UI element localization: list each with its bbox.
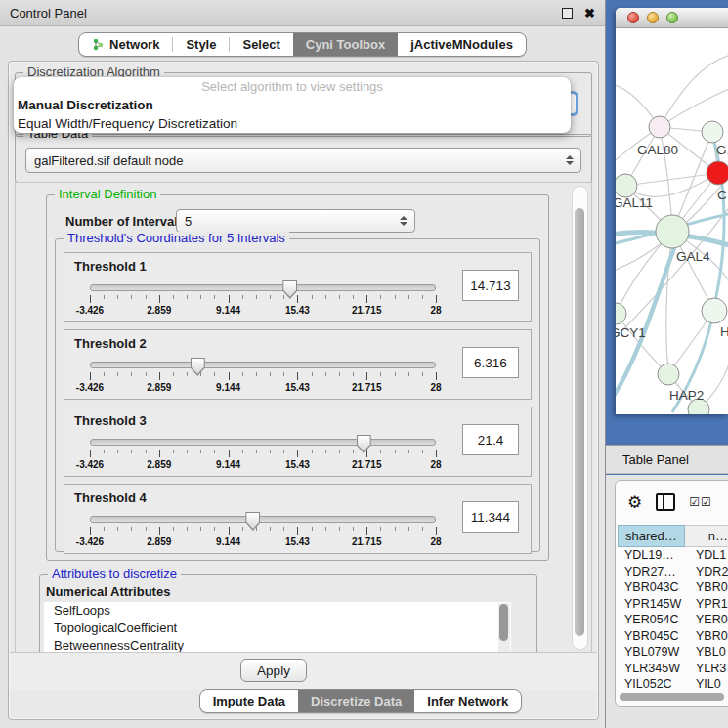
top-tab-bar: Network Style Select Cyni Toolbox jActiv… [0,32,605,57]
network-graph: GAL80G.CGAL11GAL4GCY1HHAP2 [616,27,728,414]
network-node-h[interactable] [702,298,727,323]
tab-jactivemnodules[interactable]: jActiveMNodules [398,33,526,56]
threshold-slider[interactable]: -3.4262.8599.14415.4321.71528 [90,280,436,318]
number-of-intervals-combobox[interactable]: 5 [176,209,415,233]
table-panel-title: Table Panel [622,452,689,467]
column-header-name[interactable]: n… [685,525,728,547]
threshold-coordinates-group: Threshold's Coordinates for 5 Intervals … [55,238,540,552]
threshold-label: Threshold 2 [74,336,147,351]
cell-name: YBL0 [692,645,728,659]
table-data-group: Table Data galFiltered.sif default node [15,134,592,183]
network-node-gal4[interactable] [656,215,689,248]
table-data-combobox[interactable]: galFiltered.sif default node [25,148,581,173]
table-row[interactable]: YPR145WYPR1 [618,596,728,613]
network-node-gcy1[interactable] [616,303,626,324]
cell-shared-name: YBL079W [618,645,692,659]
table-row[interactable]: YIL052CYIL0 [618,676,728,691]
threshold-box: Threshold 2-3.4262.8599.14415.4321.71528… [64,329,532,400]
tab-cyni-toolbox[interactable]: Cyni Toolbox [293,33,398,56]
attribute-item[interactable]: SelfLoops [44,602,511,620]
network-node-g[interactable] [702,121,723,143]
close-icon[interactable]: ✖ [584,7,595,20]
close-traffic-light-icon[interactable] [627,12,639,23]
network-edge[interactable] [616,314,668,374]
slider-track[interactable] [90,516,436,523]
threshold-value-field[interactable]: 6.316 [462,347,519,378]
network-node-c[interactable] [707,161,728,185]
minimize-traffic-light-icon[interactable] [647,12,659,23]
control-panel: Control Panel ✖ Network Style [0,0,606,728]
threshold-slider[interactable]: -3.4262.8599.14415.4321.71528 [90,358,436,395]
attributes-to-discretize-group: Attributes to discretize Numerical Attri… [39,574,537,654]
numerical-attributes-label: Numerical Attributes [46,584,170,599]
cell-shared-name: YIL052C [618,677,692,691]
table-row[interactable]: YBL079WYBL0 [618,644,728,661]
table-row[interactable]: YDR27…YDR2 [618,564,728,580]
network-window[interactable]: GAL80G.CGAL11GAL4GCY1HHAP2 [616,8,728,414]
table-row[interactable]: YLR345WYLR3 [618,661,728,677]
zoom-traffic-light-icon[interactable] [666,12,678,23]
float-window-icon[interactable] [562,8,573,19]
attribute-list-scrollbar[interactable] [498,603,510,654]
apply-button[interactable]: Apply [240,659,307,682]
table-toolbar: ⚙ ☑☑ [616,481,728,524]
network-canvas[interactable]: GAL80G.CGAL11GAL4GCY1HHAP2 [616,27,728,414]
bottom-tab-bar: Impute Data Discretize Data Infer Networ… [123,689,598,713]
slider-track[interactable] [90,439,436,446]
network-node-hap2[interactable] [658,364,679,385]
combo-stepper-icon [566,155,574,165]
table-rows: YDL19…YDL1YDR27…YDR2YBR043CYBR0YPR145WYP… [618,547,728,691]
select-columns-icon[interactable]: ☑☑ [689,495,712,509]
slider-ticks [90,295,436,304]
network-edge[interactable] [625,173,718,186]
table-row[interactable]: YBR045CYBR0 [618,628,728,645]
network-edge[interactable] [660,55,728,127]
tab-infer-network[interactable]: Infer Network [414,690,521,712]
network-node-gal11[interactable] [616,174,637,197]
panel-title: Control Panel [10,6,87,21]
cell-name: YPR1 [692,597,728,611]
threshold-label: Threshold 3 [74,413,147,428]
tab-select[interactable]: Select [230,33,292,56]
node-table: shared… n… YDL19…YDL1YDR27…YDR2YBR043CYB… [618,525,728,691]
scrollbar-thumb[interactable] [499,604,508,641]
column-manager-icon[interactable] [656,493,675,511]
table-row[interactable]: YER054CYER0 [618,612,728,628]
tab-impute-data[interactable]: Impute Data [200,690,298,712]
numerical-attributes-list[interactable]: SelfLoopsTopologicalCoefficientBetweenne… [44,602,511,654]
table-panel-titlebar: Table Panel [606,445,728,474]
threshold-value-field[interactable]: 21.4 [462,424,519,455]
tab-style[interactable]: Style [173,33,229,56]
cell-shared-name: YBR043C [618,580,692,594]
tab-discretize-data[interactable]: Discretize Data [298,690,414,712]
threshold-value-field[interactable]: 14.713 [462,270,519,301]
settings-scrollbar[interactable] [572,186,588,650]
cell-shared-name: YDL19… [618,548,692,562]
combo-stepper-icon [400,216,407,226]
network-node-gal80[interactable] [649,116,670,138]
table-row[interactable]: YBR043CYBR0 [618,579,728,596]
tab-network[interactable]: Network [79,33,172,56]
scrollbar-thumb[interactable] [575,208,584,636]
network-node-label: GCY1 [616,325,646,340]
attribute-item[interactable]: TopologicalCoefficient [44,620,511,637]
tab-jactivemnodules-label: jActiveMNodules [410,37,513,52]
threshold-value-field[interactable]: 11.344 [462,501,519,533]
dropdown-placeholder: Select algorithm to view settings [14,77,571,96]
table-settings-gear-icon[interactable]: ⚙ [627,494,642,511]
threshold-slider[interactable]: -3.4262.8599.14415.4321.71528 [90,512,436,549]
cyni-toolbox-panel: Discretization Algorithm Table Data galF… [8,61,599,720]
cell-name: YBR0 [692,580,728,594]
threshold-slider[interactable]: -3.4262.8599.14415.4321.71528 [90,435,436,472]
slider-ticks [90,527,436,535]
slider-track[interactable] [90,284,436,291]
network-node-label: G. [716,143,728,157]
column-header-shared-name[interactable]: shared… [618,525,685,547]
dropdown-option-equal-width-frequency[interactable]: Equal Width/Frequency Discretization [14,114,571,133]
network-edge[interactable] [625,173,718,196]
dropdown-option-manual-discretization[interactable]: Manual Discretization [14,96,571,114]
table-horizontal-scrollbar[interactable] [620,693,724,701]
tab-select-label: Select [242,37,279,52]
slider-track[interactable] [90,362,436,368]
table-row[interactable]: YDL19…YDL1 [618,547,728,564]
